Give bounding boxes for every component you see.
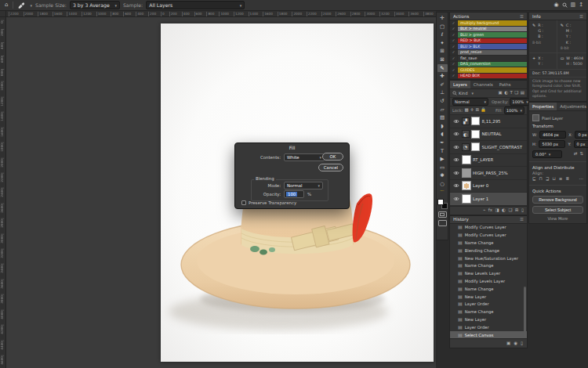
panel-tab[interactable]: Properties xyxy=(529,103,557,110)
adjustment-layer-thumbnail[interactable]: ▞ xyxy=(462,117,470,125)
action-row[interactable]: ✓ multiply background xyxy=(450,20,527,27)
action-check-icon[interactable]: ✓ xyxy=(450,38,458,44)
contents-select[interactable]: White▾ xyxy=(284,153,325,161)
tool-preset-caret-icon[interactable]: ▾ xyxy=(30,3,32,8)
align-right-icon[interactable]: ⊒ xyxy=(546,177,550,182)
new-doc-from-state-icon[interactable]: ▣ xyxy=(506,341,510,346)
layer-row[interactable]: ▞ 8,11,295 xyxy=(450,115,527,128)
dodge-tool[interactable]: ◖ xyxy=(437,130,448,139)
history-state-row[interactable]: ▤ Modify Curves Layer xyxy=(450,224,527,232)
history-state-row[interactable]: ▤ Layer Order xyxy=(450,300,527,308)
layer-name[interactable]: Layer 0 xyxy=(473,183,488,188)
quick-action-button[interactable]: Select Subject xyxy=(532,206,583,214)
height-field[interactable]: 5030 px xyxy=(539,140,565,148)
sample-select[interactable]: All Layers ▾ xyxy=(146,1,245,9)
history-state-row[interactable]: ▤ Name Change xyxy=(450,285,527,293)
flip-vertical-icon[interactable]: ⇅ xyxy=(579,152,583,157)
layer-name[interactable]: NEUTRAL xyxy=(482,132,502,136)
panel-tab[interactable]: Adjustments xyxy=(557,103,588,110)
layer-thumbnail[interactable] xyxy=(462,181,471,190)
history-state-row[interactable]: ▤ Name Change xyxy=(450,308,527,316)
action-row[interactable]: ✓ HEAD BOX xyxy=(450,74,527,80)
zoom-tool[interactable]: ○ xyxy=(437,180,448,189)
layer-mask-icon[interactable]: ◨ xyxy=(495,208,499,213)
panel-menu-icon[interactable]: ☰ xyxy=(579,14,583,19)
layer-visibility-eye-icon[interactable] xyxy=(452,132,459,136)
shape-filter-icon[interactable]: ❑ xyxy=(514,91,518,96)
panel-tab[interactable]: Channels xyxy=(470,81,496,88)
layer-mask-thumbnail[interactable] xyxy=(471,143,480,151)
delete-layer-icon[interactable]: ▯ xyxy=(521,208,524,213)
history-state-row[interactable]: ▤ New Hue/Saturation Layer xyxy=(450,254,527,262)
history-state-row[interactable]: ▤ Name Change xyxy=(450,239,527,247)
action-row[interactable]: ✓ prod_resize xyxy=(450,50,527,56)
crop-tool[interactable]: ⊞ xyxy=(437,47,448,56)
action-check-icon[interactable]: ✓ xyxy=(450,44,458,49)
shape-tool[interactable]: ▭ xyxy=(437,164,448,172)
layer-row[interactable]: ◔ SLIGHT_CONTRAST xyxy=(450,141,527,154)
preserve-transparency-checkbox[interactable] xyxy=(241,200,246,205)
layer-name[interactable]: HIGH_PASS_25% xyxy=(473,171,508,175)
marquee-tool[interactable]: ▢ xyxy=(437,23,448,31)
screen-mode-icon[interactable] xyxy=(438,220,447,226)
layer-visibility-eye-icon[interactable] xyxy=(452,145,459,150)
rotate-view-tool[interactable]: ⌒ xyxy=(437,188,448,197)
layer-visibility-eye-icon[interactable] xyxy=(452,183,459,188)
quick-mask-icon[interactable] xyxy=(438,211,447,218)
action-row[interactable]: ✓ RED > BLK xyxy=(450,38,527,45)
layer-name[interactable]: RT_LAYER xyxy=(473,157,493,162)
gradient-tool[interactable]: ▨ xyxy=(437,114,448,122)
adjustment-filter-icon[interactable]: ◐ xyxy=(504,91,508,96)
action-row[interactable]: ✓ GUIDES xyxy=(450,67,527,74)
frame-tool[interactable]: ⊠ xyxy=(437,56,448,64)
link-layers-icon[interactable]: ⌁ xyxy=(483,208,485,213)
history-state-row[interactable]: ▤ New Levels Layer xyxy=(450,269,527,277)
lock-pixels-icon[interactable]: ✛ xyxy=(470,108,474,113)
blend-mode-select[interactable]: Normal▾ xyxy=(452,98,488,106)
sample-size-select[interactable]: 3 by 3 Average ▾ xyxy=(70,1,120,9)
pen-tool[interactable]: ✒ xyxy=(437,139,448,147)
eyedropper-tool[interactable]: ✎ xyxy=(437,64,448,73)
canvas-area[interactable] xyxy=(6,17,436,368)
layer-name[interactable]: 8,11,295 xyxy=(482,119,501,124)
home-icon[interactable]: ⌂ xyxy=(5,2,8,8)
adjustment-layer-icon[interactable]: ◐ xyxy=(502,208,506,213)
smart-object-filter-icon[interactable]: ▤ xyxy=(521,91,524,96)
quick-action-button[interactable]: Remove Background xyxy=(532,196,583,204)
align-center-h-icon[interactable]: ⊓ xyxy=(539,177,543,182)
action-check-icon[interactable]: ✓ xyxy=(450,20,458,26)
x-field[interactable]: 0 px xyxy=(575,131,588,139)
layer-visibility-eye-icon[interactable] xyxy=(452,157,459,162)
layer-thumbnail[interactable] xyxy=(462,155,471,164)
layer-thumbnail[interactable] xyxy=(462,168,471,178)
adjustment-layer-thumbnail[interactable]: ◔ xyxy=(462,143,470,151)
layer-name[interactable]: SLIGHT_CONTRAST xyxy=(482,145,523,150)
action-row[interactable]: ✓ BLU > green xyxy=(450,32,527,38)
flip-horizontal-icon[interactable]: ⇄ xyxy=(574,152,578,157)
eraser-tool[interactable]: ▱ xyxy=(437,106,448,114)
history-scrollbar[interactable] xyxy=(524,287,526,337)
lock-transparency-icon[interactable]: ▩ xyxy=(465,108,469,113)
panel-menu-icon[interactable]: ☰ xyxy=(520,217,524,222)
move-tool[interactable]: ✛ xyxy=(437,14,448,23)
layer-mask-thumbnail[interactable] xyxy=(471,117,480,125)
new-snapshot-icon[interactable]: ◉ xyxy=(514,341,517,346)
fill-select[interactable]: 100%▾ xyxy=(504,106,524,114)
lock-position-icon[interactable]: ⊞ xyxy=(475,108,479,113)
cancel-button[interactable]: Cancel xyxy=(318,164,343,171)
type-tool[interactable]: T xyxy=(437,147,448,156)
type-filter-icon[interactable]: T xyxy=(510,91,512,96)
layer-row[interactable]: Layer 0 xyxy=(450,180,527,193)
align-overflow-icon[interactable]: ⋯ xyxy=(579,177,584,182)
foreground-color-swatch[interactable] xyxy=(437,199,444,205)
path-selection-tool[interactable]: ▶ xyxy=(437,155,448,164)
rotation-field[interactable]: 0.00°▾ xyxy=(532,150,562,158)
layer-style-icon[interactable]: fx xyxy=(488,208,492,213)
width-field[interactable]: 4604 px xyxy=(539,131,566,139)
action-check-icon[interactable]: ✓ xyxy=(450,74,458,79)
adjustment-layer-thumbnail[interactable]: ◐ xyxy=(462,130,470,138)
history-state-row[interactable]: ▤ Name Change xyxy=(450,262,527,269)
delete-state-icon[interactable]: ▯ xyxy=(521,341,523,346)
layer-row[interactable]: Layer 1 xyxy=(450,193,527,206)
y-field[interactable]: 0 px xyxy=(574,140,588,148)
